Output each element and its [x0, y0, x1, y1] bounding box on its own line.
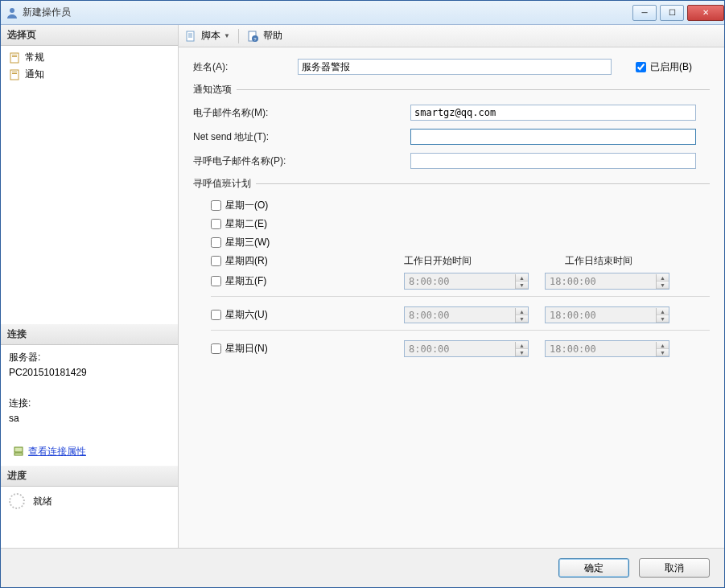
netsend-input[interactable] — [410, 129, 696, 145]
spinner-icon[interactable]: ▲▼ — [515, 342, 528, 356]
dialog-window: 新建操作员 ─ ☐ ✕ 选择页 常规 通知 连接 服务 — [0, 0, 725, 588]
sat-row: 星期六(U) 8:00:00▲▼ 18:00:00▲▼ — [211, 306, 710, 323]
fri-checkbox[interactable] — [211, 276, 221, 286]
minimize-button[interactable]: ─ — [632, 5, 657, 21]
wed-checkbox[interactable] — [211, 237, 221, 248]
svg-rect-4 — [10, 70, 19, 80]
spinner-icon[interactable]: ▲▼ — [515, 274, 528, 289]
connection-info: 服务器: PC201510181429 连接: sa 查看连接属性 — [1, 345, 178, 466]
svg-rect-2 — [12, 55, 17, 56]
select-page-header: 选择页 — [1, 25, 178, 46]
notify-legend: 通知选项 — [193, 83, 237, 97]
mon-row: 星期一(O) — [211, 199, 710, 212]
script-label: 脚本 — [201, 29, 220, 43]
fri-label: 星期五(F) — [225, 274, 266, 288]
maximize-button[interactable]: ☐ — [660, 5, 684, 21]
window-title: 新建操作员 — [23, 6, 629, 19]
help-button[interactable]: ? 帮助 — [247, 29, 282, 43]
script-icon — [185, 30, 198, 43]
title-bar: 新建操作员 ─ ☐ ✕ — [1, 1, 724, 25]
server-label: 服务器: — [9, 350, 170, 365]
divider — [211, 296, 710, 297]
spinner-icon[interactable]: ▲▼ — [656, 308, 669, 323]
svg-rect-3 — [12, 56, 17, 57]
spinner-icon[interactable]: ▲▼ — [656, 274, 669, 289]
form-area: 姓名(A): 已启用(B) 通知选项 电子邮件名称(M): Net — [179, 47, 724, 548]
sidebar: 选择页 常规 通知 连接 服务器: PC201510181429 连接: sa — [1, 25, 179, 548]
start-header: 工作日开始时间 — [404, 254, 549, 268]
sat-end-input[interactable]: 18:00:00▲▼ — [545, 306, 669, 323]
svg-rect-9 — [187, 31, 194, 41]
nav-item-notify[interactable]: 通知 — [6, 66, 173, 83]
server-icon — [12, 445, 25, 458]
conn-label: 连接: — [9, 396, 170, 411]
progress-row: 就绪 — [1, 487, 178, 516]
close-button[interactable]: ✕ — [687, 5, 724, 21]
email-row: 电子邮件名称(M): — [193, 105, 710, 121]
server-value: PC201510181429 — [9, 365, 170, 380]
help-icon: ? — [247, 30, 260, 43]
svg-rect-7 — [14, 447, 23, 452]
nav-label: 常规 — [25, 51, 44, 64]
cancel-button[interactable]: 取消 — [639, 558, 710, 578]
page-icon — [9, 68, 22, 81]
name-label: 姓名(A): — [193, 60, 298, 74]
progress-header: 进度 — [1, 466, 178, 487]
view-connection-props[interactable]: 查看连接属性 — [9, 442, 170, 461]
pager-label: 寻呼电子邮件名称(P): — [193, 154, 410, 168]
view-props-link[interactable]: 查看连接属性 — [28, 444, 86, 459]
hdr-row: 星期四(R) 工作日开始时间 工作日结束时间 — [211, 254, 710, 268]
spinner-icon[interactable]: ▲▼ — [656, 342, 669, 356]
mon-label: 星期一(O) — [225, 199, 268, 212]
name-row: 姓名(A): 已启用(B) — [193, 59, 710, 75]
connection-header: 连接 — [1, 324, 178, 345]
weekday-start-input[interactable]: 8:00:00▲▼ — [404, 273, 529, 290]
nav-list: 常规 通知 — [1, 46, 178, 86]
sun-start-input[interactable]: 8:00:00▲▼ — [404, 340, 529, 357]
progress-spinner-icon — [9, 493, 25, 509]
svg-rect-5 — [12, 72, 17, 72]
wed-row: 星期三(W) — [211, 236, 710, 249]
help-label: 帮助 — [263, 29, 282, 43]
thu-checkbox[interactable] — [211, 256, 221, 266]
toolbar-separator — [238, 29, 239, 43]
schedule-fieldset: 寻呼值班计划 — [193, 177, 710, 191]
notify-fieldset: 通知选项 — [193, 83, 710, 97]
script-button[interactable]: 脚本 ▼ — [185, 29, 230, 43]
dropdown-arrow-icon: ▼ — [224, 32, 230, 39]
svg-rect-6 — [12, 73, 17, 74]
schedule-legend: 寻呼值班计划 — [193, 177, 256, 191]
operator-icon — [6, 6, 19, 19]
sat-label: 星期六(U) — [225, 308, 268, 322]
nav-item-general[interactable]: 常规 — [6, 49, 173, 66]
main-panel: 脚本 ▼ ? 帮助 姓名(A): 已启用(B) — [179, 25, 724, 548]
nav-label: 通知 — [25, 68, 44, 81]
progress-status: 就绪 — [33, 495, 52, 508]
weekday-end-input[interactable]: 18:00:00▲▼ — [545, 273, 669, 290]
mon-checkbox[interactable] — [211, 200, 221, 211]
sat-start-input[interactable]: 8:00:00▲▼ — [404, 306, 529, 323]
svg-rect-1 — [10, 53, 19, 63]
sun-checkbox[interactable] — [211, 343, 221, 354]
fri-row: 星期五(F) 8:00:00▲▼ 18:00:00▲▼ — [211, 273, 710, 290]
tue-label: 星期二(E) — [225, 217, 267, 231]
window-buttons: ─ ☐ ✕ — [629, 5, 724, 21]
email-label: 电子邮件名称(M): — [193, 106, 410, 120]
enabled-label: 已启用(B) — [650, 60, 692, 74]
enabled-check-row: 已启用(B) — [636, 60, 692, 74]
enabled-checkbox[interactable] — [636, 62, 646, 72]
tue-checkbox[interactable] — [211, 219, 221, 229]
spinner-icon[interactable]: ▲▼ — [515, 308, 528, 323]
pager-input[interactable] — [410, 153, 696, 169]
sat-checkbox[interactable] — [211, 310, 221, 320]
name-input[interactable] — [298, 59, 612, 75]
tue-row: 星期二(E) — [211, 217, 710, 231]
conn-value: sa — [9, 411, 170, 426]
svg-rect-8 — [14, 453, 23, 455]
email-input[interactable] — [410, 105, 696, 121]
toolbar: 脚本 ▼ ? 帮助 — [179, 25, 724, 47]
wed-label: 星期三(W) — [225, 236, 270, 249]
sun-end-input[interactable]: 18:00:00▲▼ — [545, 340, 669, 357]
ok-button[interactable]: 确定 — [558, 558, 629, 578]
svg-point-0 — [10, 8, 14, 13]
